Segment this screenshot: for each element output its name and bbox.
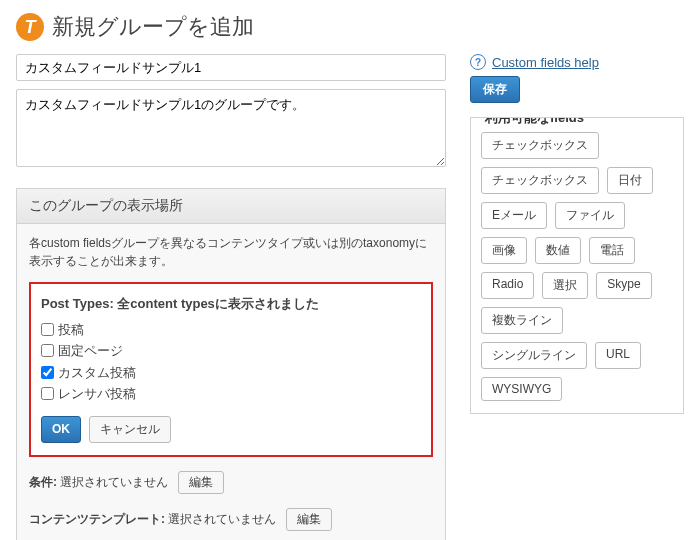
field-tag[interactable]: Eメール: [481, 202, 547, 229]
field-tag[interactable]: 日付: [607, 167, 653, 194]
post-type-checkbox[interactable]: [41, 344, 54, 357]
field-tag[interactable]: チェックボックス: [481, 132, 599, 159]
field-tag[interactable]: Radio: [481, 272, 534, 299]
template-value: 選択されていません: [168, 512, 276, 526]
post-type-label: 投稿: [58, 320, 84, 340]
help-link[interactable]: Custom fields help: [492, 55, 599, 70]
field-tag[interactable]: チェックボックス: [481, 167, 599, 194]
conditions-value: 選択されていません: [60, 475, 168, 489]
post-type-label: 固定ページ: [58, 341, 123, 361]
template-edit-button[interactable]: 編集: [286, 508, 332, 531]
post-type-checkbox[interactable]: [41, 323, 54, 336]
post-type-checkbox[interactable]: [41, 366, 54, 379]
post-type-row[interactable]: 固定ページ: [41, 341, 421, 361]
post-type-label: カスタム投稿: [58, 363, 136, 383]
panel-description: 各custom fieldsグループを異なるコンテンツタイプ或いは別のtaxon…: [29, 234, 433, 270]
template-label: コンテンツテンプレート:: [29, 512, 165, 526]
available-fields-box: 利用可能なfields チェックボックスチェックボックス日付Eメールファイル画像…: [470, 117, 684, 414]
field-tag[interactable]: 電話: [589, 237, 635, 264]
post-types-title: Post Types: 全content typesに表示されました: [41, 294, 421, 314]
post-types-box: Post Types: 全content typesに表示されました 投稿固定ペ…: [29, 282, 433, 457]
group-name-input[interactable]: [16, 54, 446, 81]
field-tag[interactable]: URL: [595, 342, 641, 369]
logo-icon: T: [16, 13, 44, 41]
post-type-label: レンサバ投稿: [58, 384, 136, 404]
field-tag[interactable]: WYSIWYG: [481, 377, 562, 401]
group-description-textarea[interactable]: カスタムフィールドサンプル1のグループです。: [16, 89, 446, 167]
field-tag[interactable]: 数値: [535, 237, 581, 264]
field-tag[interactable]: シングルライン: [481, 342, 587, 369]
help-icon: ?: [470, 54, 486, 70]
field-tag[interactable]: Skype: [596, 272, 651, 299]
conditions-label: 条件:: [29, 475, 57, 489]
post-type-checkbox[interactable]: [41, 387, 54, 400]
display-location-panel: このグループの表示場所 各custom fieldsグループを異なるコンテンツタ…: [16, 188, 446, 540]
field-tag[interactable]: 選択: [542, 272, 588, 299]
ok-button[interactable]: OK: [41, 416, 81, 443]
available-fields-title: 利用可能なfields: [481, 117, 588, 127]
conditions-edit-button[interactable]: 編集: [178, 471, 224, 494]
save-button[interactable]: 保存: [470, 76, 520, 103]
post-type-row[interactable]: 投稿: [41, 320, 421, 340]
cancel-button[interactable]: キャンセル: [89, 416, 171, 443]
field-tag[interactable]: ファイル: [555, 202, 625, 229]
panel-title: このグループの表示場所: [17, 189, 445, 224]
field-tag[interactable]: 複数ライン: [481, 307, 563, 334]
page-title: 新規グループを追加: [52, 12, 254, 42]
post-type-row[interactable]: カスタム投稿: [41, 363, 421, 383]
field-tag[interactable]: 画像: [481, 237, 527, 264]
post-type-row[interactable]: レンサバ投稿: [41, 384, 421, 404]
